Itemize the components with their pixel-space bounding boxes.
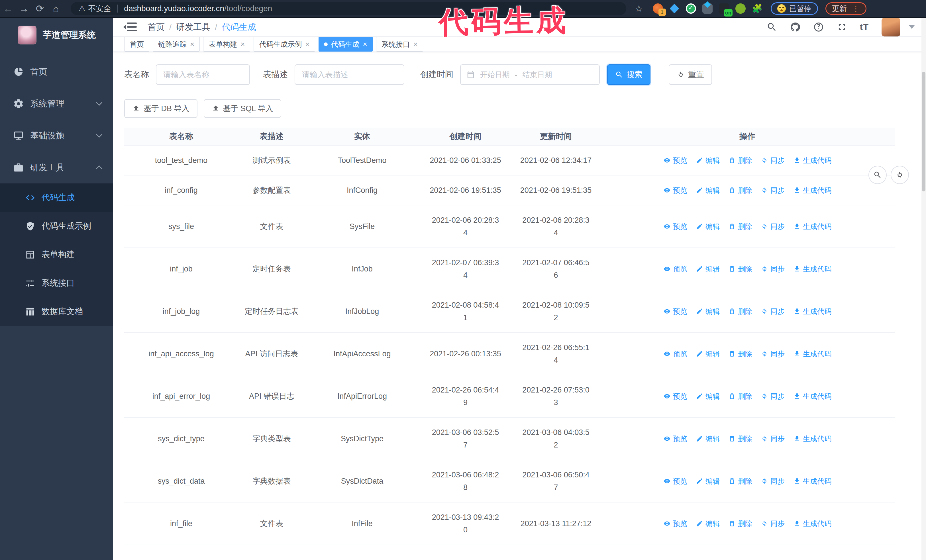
sidebar-subitem-代码生成示例[interactable]: 代码生成示例 [0,212,113,240]
预览-link[interactable]: 预览 [663,392,687,401]
paused-badge[interactable]: 已暂停 [771,2,818,15]
scrollbar-thumb[interactable] [922,72,925,192]
search-icon[interactable] [766,22,777,32]
font-size-icon[interactable]: tT [860,22,869,32]
chevron-down-icon[interactable] [909,25,915,29]
close-icon[interactable]: × [241,41,245,48]
同步-link[interactable]: 同步 [761,392,785,401]
预览-link[interactable]: 预览 [663,156,687,165]
browser-reload-icon[interactable]: ⟳ [32,3,48,14]
scrollbar[interactable] [921,18,926,560]
删除-link[interactable]: 删除 [728,519,752,528]
编辑-link[interactable]: 编辑 [696,434,720,444]
security-warning[interactable]: ⚠不安全 [79,3,111,14]
编辑-link[interactable]: 编辑 [696,519,720,528]
import-sql-button[interactable]: 基于 SQL 导入 [204,99,281,118]
删除-link[interactable]: 删除 [728,434,752,444]
ext-green-check[interactable] [686,3,696,14]
同步-link[interactable]: 同步 [761,349,785,359]
编辑-link[interactable]: 编辑 [696,349,720,359]
编辑-link[interactable]: 编辑 [696,477,720,486]
预览-link[interactable]: 预览 [663,434,687,444]
编辑-link[interactable]: 编辑 [696,307,720,316]
sidebar-subitem-系统接口[interactable]: 系统接口 [0,269,113,297]
同步-link[interactable]: 同步 [761,264,785,274]
ext-dark[interactable]: on [719,3,729,14]
预览-link[interactable]: 预览 [663,307,687,316]
编辑-link[interactable]: 编辑 [696,186,720,195]
同步-link[interactable]: 同步 [761,156,785,165]
bookmark-star-icon[interactable]: ☆ [635,3,643,14]
table-name-input[interactable] [156,64,250,85]
close-icon[interactable]: × [305,41,309,48]
github-icon[interactable] [790,22,800,32]
avatar[interactable] [882,18,900,36]
sidebar-item-1[interactable]: 系统管理 [0,88,113,120]
生成代码-link[interactable]: 生成代码 [793,392,831,401]
删除-link[interactable]: 删除 [728,477,752,486]
删除-link[interactable]: 删除 [728,392,752,401]
tab-表单构建[interactable]: 表单构建× [203,37,250,51]
同步-link[interactable]: 同步 [761,519,785,528]
删除-link[interactable]: 删除 [728,186,752,195]
tab-代码生成[interactable]: 代码生成× [319,37,373,51]
预览-link[interactable]: 预览 [663,519,687,528]
browser-menu-icon[interactable]: ⋮ [852,4,860,14]
编辑-link[interactable]: 编辑 [696,156,720,165]
删除-link[interactable]: 删除 [728,264,752,274]
生成代码-link[interactable]: 生成代码 [793,519,831,528]
table-desc-input[interactable] [295,64,404,85]
close-icon[interactable]: × [190,41,194,48]
close-icon[interactable]: × [363,41,367,48]
update-button[interactable]: 更新 ⋮ [825,2,867,15]
sidebar-item-0[interactable]: 首页 [0,56,113,88]
search-button[interactable]: 搜索 [607,64,651,85]
预览-link[interactable]: 预览 [663,349,687,359]
ext-green[interactable] [735,3,746,14]
生成代码-link[interactable]: 生成代码 [793,349,831,359]
app-logo-row[interactable]: 芋道管理系统 [0,18,113,52]
tab-首页[interactable]: 首页 [124,37,149,51]
编辑-link[interactable]: 编辑 [696,264,720,274]
browser-forward-icon[interactable]: → [16,3,32,14]
删除-link[interactable]: 删除 [728,222,752,231]
tab-链路追踪[interactable]: 链路追踪× [153,37,200,51]
预览-link[interactable]: 预览 [663,186,687,195]
ext-grid[interactable] [702,3,713,14]
同步-link[interactable]: 同步 [761,434,785,444]
生成代码-link[interactable]: 生成代码 [793,264,831,274]
预览-link[interactable]: 预览 [663,477,687,486]
refresh-table-button[interactable] [891,166,909,184]
删除-link[interactable]: 删除 [728,156,752,165]
预览-link[interactable]: 预览 [663,222,687,231]
删除-link[interactable]: 删除 [728,307,752,316]
预览-link[interactable]: 预览 [663,264,687,274]
sidebar-item-2[interactable]: 基础设施 [0,120,113,151]
ext-puzzle[interactable]: 🧩 [752,3,762,14]
生成代码-link[interactable]: 生成代码 [793,156,831,165]
生成代码-link[interactable]: 生成代码 [793,222,831,231]
同步-link[interactable]: 同步 [761,186,785,195]
同步-link[interactable]: 同步 [761,222,785,231]
生成代码-link[interactable]: 生成代码 [793,434,831,444]
生成代码-link[interactable]: 生成代码 [793,307,831,316]
sidebar-subitem-代码生成[interactable]: 代码生成 [0,183,113,212]
toggle-search-button[interactable] [869,166,887,184]
breadcrumb-home[interactable]: 首页 [148,21,165,33]
sidebar-item-3[interactable]: 研发工具 [0,151,113,183]
生成代码-link[interactable]: 生成代码 [793,186,831,195]
help-icon[interactable] [813,22,824,32]
close-icon[interactable]: × [413,41,418,48]
fullscreen-icon[interactable] [837,22,847,32]
tab-代码生成示例[interactable]: 代码生成示例× [254,37,315,51]
ext-blue-diamond[interactable] [669,3,679,14]
browser-back-icon[interactable]: ← [0,3,16,14]
sidebar-subitem-表单构建[interactable]: 表单构建 [0,240,113,269]
breadcrumb-devtools[interactable]: 研发工具 [176,21,210,33]
同步-link[interactable]: 同步 [761,307,785,316]
browser-home-icon[interactable]: ⌂ [48,3,64,14]
同步-link[interactable]: 同步 [761,477,785,486]
reset-button[interactable]: 重置 [669,64,712,85]
编辑-link[interactable]: 编辑 [696,222,720,231]
date-range-input[interactable]: 开始日期 - 结束日期 [460,64,600,85]
